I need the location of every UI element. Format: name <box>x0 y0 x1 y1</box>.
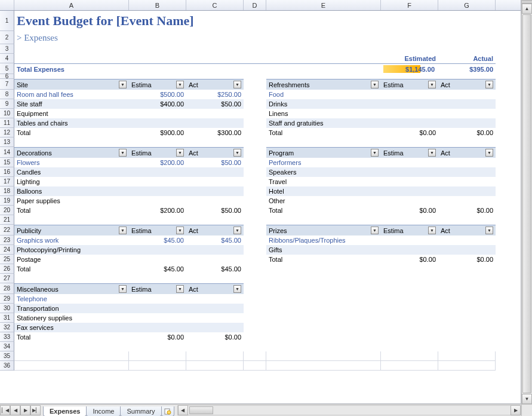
filter-btn-name[interactable]: ▼ <box>119 149 127 157</box>
cell-empty[interactable] <box>381 332 438 342</box>
hscroll-thumb[interactable] <box>189 406 213 414</box>
cell-empty[interactable] <box>14 351 129 361</box>
line-act[interactable] <box>186 186 244 196</box>
cell-empty[interactable] <box>438 332 496 342</box>
cell-gap[interactable] <box>244 283 266 294</box>
line-item[interactable]: Site staff <box>14 99 129 109</box>
line-act[interactable] <box>438 235 496 245</box>
filter-btn-name[interactable]: ▼ <box>119 81 127 88</box>
cell-gap[interactable] <box>244 206 266 215</box>
row-header-21[interactable]: 21 <box>0 215 14 225</box>
line-est[interactable] <box>129 294 186 304</box>
cell-gap[interactable] <box>244 235 266 245</box>
line-act[interactable] <box>186 109 244 118</box>
line-est[interactable] <box>381 158 438 167</box>
line-est[interactable] <box>381 118 438 128</box>
section-header[interactable]: Decorations▼ <box>14 147 129 158</box>
section-header[interactable]: Miscellaneous▼ <box>14 283 129 294</box>
row-header-31[interactable]: 31 <box>0 313 14 323</box>
cell-gap[interactable] <box>244 245 266 255</box>
cell-empty[interactable] <box>129 54 186 63</box>
subtotal-act[interactable]: $0.00 <box>438 206 496 215</box>
row-header-15[interactable]: 15 <box>0 158 14 167</box>
line-act[interactable] <box>186 177 244 186</box>
row-header-9[interactable]: 9 <box>0 99 14 109</box>
subtotal-act[interactable]: $0.00 <box>438 128 496 137</box>
line-item[interactable]: Candles <box>14 167 129 177</box>
sheet-tab-summary[interactable]: Summary <box>120 406 161 417</box>
filter-btn-name[interactable]: ▼ <box>371 227 379 234</box>
line-act[interactable] <box>438 196 496 206</box>
vertical-scrollbar[interactable]: ▲ ▼ <box>521 0 532 404</box>
subtotal-label[interactable]: Total <box>14 206 129 215</box>
cell-empty[interactable] <box>14 137 496 147</box>
subtotal-act[interactable]: $50.00 <box>186 206 244 215</box>
cell-empty[interactable] <box>438 304 496 313</box>
line-act[interactable] <box>186 323 244 332</box>
cell-empty[interactable] <box>186 54 244 63</box>
col-header-A[interactable]: A <box>14 0 129 10</box>
row-header-22[interactable]: 22 <box>0 225 14 235</box>
cell-empty[interactable] <box>438 264 496 274</box>
section-header-est[interactable] <box>381 283 438 294</box>
line-est[interactable] <box>129 186 186 196</box>
filter-btn-act[interactable]: ▼ <box>233 227 241 234</box>
cell-empty[interactable] <box>14 44 496 54</box>
line-item[interactable]: Staff and gratuities <box>266 118 381 128</box>
cell-gap[interactable] <box>244 186 266 196</box>
cell-empty[interactable] <box>14 215 496 225</box>
subtotal-est[interactable]: $0.00 <box>381 206 438 215</box>
filter-btn-est[interactable]: ▼ <box>176 227 184 234</box>
cell-empty[interactable] <box>14 54 129 63</box>
scroll-down-button[interactable]: ▼ <box>522 394 532 404</box>
cell-empty[interactable] <box>266 54 381 63</box>
line-est[interactable] <box>129 245 186 255</box>
cell-empty[interactable] <box>381 294 438 304</box>
line-item[interactable]: Food <box>266 90 381 99</box>
row-header-7[interactable]: 7 <box>0 79 14 90</box>
col-header-E[interactable]: E <box>266 0 381 10</box>
line-item[interactable]: Performers <box>266 158 381 167</box>
line-item[interactable]: Linens <box>266 109 381 118</box>
filter-btn-act[interactable]: ▼ <box>485 149 493 157</box>
row-header-25[interactable]: 25 <box>0 255 14 264</box>
line-item[interactable]: Paper supplies <box>14 196 129 206</box>
line-act[interactable]: $50.00 <box>186 158 244 167</box>
line-item[interactable]: Tables and chairs <box>14 118 129 128</box>
cell-empty[interactable] <box>14 342 496 351</box>
cell-empty[interactable] <box>244 54 266 63</box>
vscroll-thumb[interactable] <box>522 14 531 393</box>
filter-btn-est[interactable]: ▼ <box>428 149 436 157</box>
line-act[interactable] <box>186 196 244 206</box>
col-header-G[interactable]: G <box>438 0 496 10</box>
horizontal-scrollbar[interactable]: ◀ ▶ <box>177 405 521 415</box>
cell-gap[interactable] <box>244 323 266 332</box>
row-header-11[interactable]: 11 <box>0 118 14 128</box>
filter-btn-est[interactable]: ▼ <box>428 227 436 234</box>
line-act[interactable]: $250.00 <box>186 90 244 99</box>
line-act[interactable] <box>438 99 496 109</box>
filter-btn-act[interactable]: ▼ <box>233 149 241 157</box>
cell-gap[interactable] <box>244 255 266 264</box>
total-expenses-label[interactable]: Total Expenses <box>14 63 381 74</box>
cell-empty[interactable] <box>381 361 438 371</box>
cell-empty[interactable] <box>186 351 244 361</box>
line-est[interactable] <box>129 167 186 177</box>
line-act[interactable] <box>186 304 244 313</box>
cell-empty[interactable] <box>381 304 438 313</box>
cell-empty[interactable] <box>266 313 381 323</box>
cell-empty[interactable] <box>266 351 381 361</box>
row-header-30[interactable]: 30 <box>0 304 14 313</box>
line-est[interactable]: $200.00 <box>129 158 186 167</box>
cell-empty[interactable] <box>381 351 438 361</box>
line-act[interactable] <box>186 255 244 264</box>
section-header[interactable]: Program▼ <box>266 147 381 158</box>
line-item[interactable]: Lighting <box>14 177 129 186</box>
cell-empty[interactable] <box>14 74 496 79</box>
filter-btn-name[interactable]: ▼ <box>371 81 379 88</box>
cell-empty[interactable] <box>438 361 496 371</box>
row-header-3[interactable]: 3 <box>0 44 14 54</box>
sheet-nav-last[interactable]: ▶▏ <box>30 405 41 415</box>
cell-gap[interactable] <box>244 158 266 167</box>
row-header-33[interactable]: 33 <box>0 332 14 342</box>
